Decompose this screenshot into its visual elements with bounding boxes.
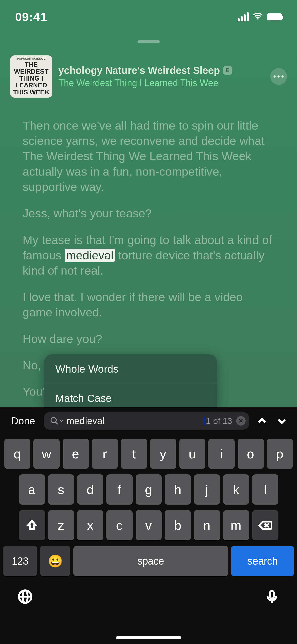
transcript[interactable]: Then once we've all had time to spin our… [0,98,297,399]
result-count: 1 of 13 [206,416,232,426]
done-button[interactable]: Done [8,415,39,427]
emoji-key[interactable]: 😀 [40,546,70,576]
podcast-name[interactable]: The Weirdest Thing I Learned This Wee [58,78,264,88]
key-o[interactable]: o [238,439,264,469]
key-u[interactable]: u [179,439,205,469]
key-n[interactable]: n [194,510,220,540]
space-key[interactable]: space [73,546,228,576]
next-result-button[interactable] [274,415,289,427]
transcript-paragraph[interactable]: I love that. I wonder if there will be a… [23,289,274,320]
key-i[interactable]: i [208,439,235,469]
svg-rect-8 [270,591,274,599]
key-z[interactable]: z [48,510,74,540]
episode-header: POPULAR SCIENCE THE WEIRDEST THING I LEA… [0,55,297,98]
episode-title[interactable]: ychology Nature's Weirdest Sleep [58,65,220,76]
status-time: 09:41 [15,10,47,24]
key-y[interactable]: y [150,439,176,469]
podcast-artwork[interactable]: POPULAR SCIENCE THE WEIRDEST THING I LEA… [10,55,52,98]
search-input[interactable]: medieval [66,416,203,426]
sheet-handle[interactable] [137,40,160,43]
search-options-menu: Whole Words Match Case [44,354,217,413]
key-x[interactable]: x [77,510,103,540]
more-button[interactable]: ••• [270,68,287,85]
key-k[interactable]: k [223,474,249,505]
key-h[interactable]: h [165,474,191,505]
whole-words-option[interactable]: Whole Words [44,354,217,384]
keyboard: qwertyuiop asdfghjkl zxcvbnm 123 😀 space… [0,435,297,576]
cellular-icon [238,12,249,21]
transcript-paragraph[interactable]: My tease is that I'm going to talk about… [23,232,274,278]
transcript-paragraph[interactable]: Jess, what's your tease? [23,206,274,221]
svg-point-0 [257,18,258,19]
key-w[interactable]: w [33,439,60,469]
globe-key[interactable] [18,589,33,605]
key-g[interactable]: g [136,474,162,505]
key-p[interactable]: p [267,439,293,469]
transcript-paragraph[interactable]: How dare you? [23,331,274,346]
key-c[interactable]: c [106,510,133,540]
status-icons [238,11,282,22]
artwork-topline: POPULAR SCIENCE [17,57,45,60]
key-t[interactable]: t [121,439,147,469]
previous-result-button[interactable] [254,415,269,427]
search-highlight[interactable]: medieval [65,249,115,262]
home-indicator[interactable] [116,636,181,639]
dictation-key[interactable] [264,589,279,605]
search-field[interactable]: medieval 1 of 13 ✕ [44,412,249,430]
search-icon[interactable] [50,416,64,425]
transcript-paragraph[interactable]: Then once we've all had time to spin our… [23,118,274,194]
key-m[interactable]: m [223,510,249,540]
find-toolbar: Done medieval 1 of 13 ✕ [0,407,297,435]
svg-point-1 [51,418,56,423]
chevron-down-icon[interactable] [59,418,64,423]
key-r[interactable]: r [92,439,118,469]
keyboard-area: Done medieval 1 of 13 ✕ qwertyuiop asdfg… [0,407,297,644]
status-bar: 09:41 [0,0,297,30]
key-a[interactable]: a [19,474,45,505]
key-j[interactable]: j [194,474,220,505]
key-e[interactable]: e [63,439,89,469]
key-q[interactable]: q [4,439,30,469]
key-f[interactable]: f [106,474,133,505]
backspace-key[interactable] [252,510,278,540]
shift-key[interactable] [19,510,45,540]
key-b[interactable]: b [165,510,191,540]
clear-search-button[interactable]: ✕ [236,416,246,426]
explicit-badge: E [223,66,232,75]
key-v[interactable]: v [136,510,162,540]
key-s[interactable]: s [48,474,74,505]
key-d[interactable]: d [77,474,103,505]
wifi-icon [253,11,263,22]
numbers-key[interactable]: 123 [3,546,37,576]
search-key[interactable]: search [231,546,294,576]
battery-icon [267,13,282,20]
key-l[interactable]: l [252,474,278,505]
svg-line-2 [55,422,58,424]
